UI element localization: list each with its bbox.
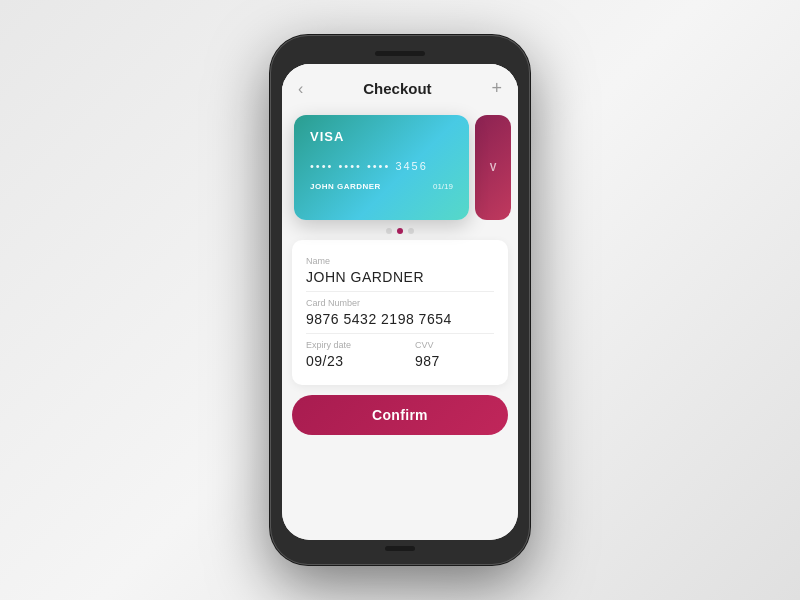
card-number-value[interactable]: 9876 5432 2198 7654	[306, 311, 494, 327]
card-area: VISA •••• •••• •••• 3456 JOHN GARDNER 01…	[282, 107, 518, 220]
expiry-value[interactable]: 09/23	[306, 353, 385, 369]
back-button[interactable]: ‹	[298, 80, 303, 98]
confirm-button[interactable]: Confirm	[292, 395, 508, 435]
primary-card[interactable]: VISA •••• •••• •••• 3456 JOHN GARDNER 01…	[294, 115, 469, 220]
pagination-dots	[282, 220, 518, 240]
card-number-field-group: Card Number 9876 5432 2198 7654	[306, 292, 494, 334]
phone-speaker	[375, 51, 425, 56]
card-details-form: Name JOHN GARDNER Card Number 9876 5432 …	[292, 240, 508, 385]
name-value[interactable]: JOHN GARDNER	[306, 269, 494, 285]
header: ‹ Checkout +	[282, 64, 518, 107]
phone-frame: ‹ Checkout + VISA •••• •••• •••• 3456 JO…	[270, 35, 530, 565]
name-label: Name	[306, 256, 494, 266]
expiry-label: Expiry date	[306, 340, 385, 350]
card-number-label: Card Number	[306, 298, 494, 308]
card-footer: JOHN GARDNER 01/19	[310, 182, 453, 191]
card-expiry: 01/19	[433, 182, 453, 191]
dot-3	[408, 228, 414, 234]
cvv-label: CVV	[415, 340, 494, 350]
add-button[interactable]: +	[491, 78, 502, 99]
dot-2	[397, 228, 403, 234]
cvv-col: CVV 987	[415, 340, 494, 369]
home-button[interactable]	[385, 546, 415, 551]
expiry-cvv-row: Expiry date 09/23 CVV 987	[306, 340, 494, 369]
name-field-group: Name JOHN GARDNER	[306, 250, 494, 292]
expiry-col: Expiry date 09/23	[306, 340, 385, 369]
secondary-card-peek[interactable]: V	[475, 115, 511, 220]
dot-1	[386, 228, 392, 234]
cvv-value[interactable]: 987	[415, 353, 494, 369]
phone-screen: ‹ Checkout + VISA •••• •••• •••• 3456 JO…	[282, 64, 518, 540]
peek-letter: V	[490, 162, 497, 173]
card-holder-name: JOHN GARDNER	[310, 182, 381, 191]
card-number-masked: •••• •••• •••• 3456	[310, 160, 453, 172]
screen-content: ‹ Checkout + VISA •••• •••• •••• 3456 JO…	[282, 64, 518, 540]
page-title: Checkout	[363, 80, 431, 97]
expiry-cvv-field-group: Expiry date 09/23 CVV 987	[306, 334, 494, 375]
card-brand: VISA	[310, 129, 453, 144]
